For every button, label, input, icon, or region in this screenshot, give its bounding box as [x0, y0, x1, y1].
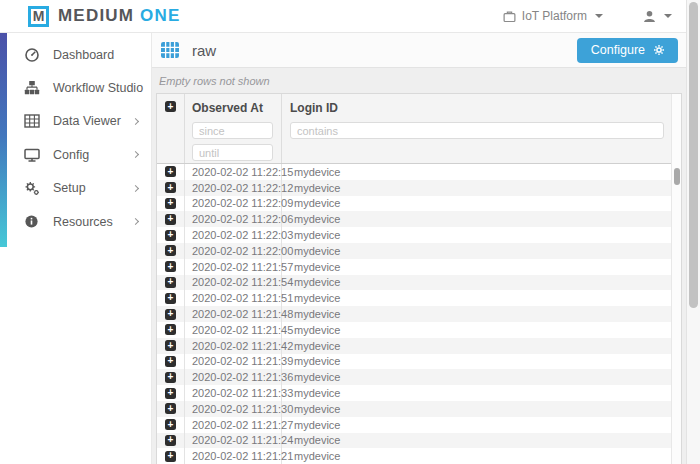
chevron-right-icon	[132, 218, 139, 225]
expand-cell	[157, 259, 185, 275]
expand-cell	[157, 227, 185, 243]
header-controls: IoT Platform	[503, 9, 686, 23]
user-menu[interactable]	[643, 10, 672, 23]
plus-square-icon[interactable]	[165, 293, 176, 304]
table-row: 2020-02-02 11:22:12 mydevice	[157, 180, 671, 196]
row-observed-at: 2020-02-02 11:21:57	[185, 259, 282, 275]
row-login-id: mydevice	[282, 180, 671, 196]
table-row: 2020-02-02 11:22:09 mydevice	[157, 196, 671, 212]
plus-square-icon[interactable]	[165, 230, 176, 241]
medium-one-logo-icon[interactable]: M	[28, 6, 49, 27]
plus-square-icon[interactable]	[165, 166, 176, 177]
configure-button[interactable]: Configure	[577, 38, 678, 63]
row-login-id: mydevice	[282, 401, 671, 417]
login-id-column-header: Login ID	[282, 94, 671, 163]
sidebar-item-setup[interactable]: Setup	[0, 172, 151, 205]
since-filter-input[interactable]	[192, 122, 273, 139]
row-login-id: mydevice	[282, 196, 671, 212]
plus-square-icon[interactable]	[165, 324, 176, 335]
table-row: 2020-02-02 11:21:54 mydevice	[157, 275, 671, 291]
plus-square-icon[interactable]	[165, 198, 176, 209]
row-observed-at: 2020-02-02 11:21:30	[185, 401, 282, 417]
sidebar-item-label: Data Viewer	[53, 114, 121, 128]
sidebar-item-workflow-studio[interactable]: Workflow Studio	[0, 71, 151, 104]
page-scrollbar-thumb[interactable]	[689, 2, 698, 308]
resources-info-icon	[23, 213, 40, 230]
brand-primary: MEDIUM	[58, 6, 134, 25]
sidebar-item-resources[interactable]: Resources	[0, 205, 151, 238]
config-icon	[23, 146, 40, 163]
user-icon	[643, 10, 656, 23]
row-login-id: mydevice	[282, 433, 671, 449]
plus-square-icon[interactable]	[165, 372, 176, 383]
expand-cell	[157, 338, 185, 354]
empty-rows-note: Empty rows not shown	[152, 68, 686, 93]
plus-square-icon[interactable]	[165, 214, 176, 225]
expand-cell	[157, 369, 185, 385]
plus-square-icon[interactable]	[165, 419, 176, 430]
sidebar-item-dashboard[interactable]: Dashboard	[0, 38, 151, 71]
expand-cell	[157, 196, 185, 212]
row-login-id: mydevice	[282, 290, 671, 306]
contains-filter-input[interactable]	[290, 122, 664, 139]
page-scrollbar[interactable]	[686, 0, 700, 464]
expand-cell	[157, 417, 185, 433]
row-observed-at: 2020-02-02 11:22:06	[185, 211, 282, 227]
plus-square-icon[interactable]	[165, 182, 176, 193]
table-row: 2020-02-02 11:21:42 mydevice	[157, 338, 671, 354]
plus-square-icon[interactable]	[165, 101, 176, 112]
sidebar-item-config[interactable]: Config	[0, 138, 151, 171]
brand-name: MEDIUM ONE	[58, 6, 181, 26]
row-observed-at: 2020-02-02 11:21:39	[185, 354, 282, 370]
row-observed-at: 2020-02-02 11:22:12	[185, 180, 282, 196]
table-row: 2020-02-02 11:21:39 mydevice	[157, 354, 671, 370]
row-observed-at: 2020-02-02 11:21:54	[185, 275, 282, 291]
expand-cell	[157, 322, 185, 338]
caret-down-icon	[664, 14, 672, 18]
row-login-id: mydevice	[282, 448, 671, 464]
row-observed-at: 2020-02-02 11:21:48	[185, 306, 282, 322]
row-observed-at: 2020-02-02 11:21:27	[185, 417, 282, 433]
logo-letter: M	[33, 8, 45, 24]
table-row: 2020-02-02 11:21:21 mydevice	[157, 448, 671, 464]
plus-square-icon[interactable]	[165, 261, 176, 272]
sidebar-item-label: Workflow Studio	[53, 81, 143, 95]
table-row: 2020-02-02 11:21:24 mydevice	[157, 433, 671, 449]
table-scrollbar-thumb[interactable]	[674, 168, 680, 185]
table-icon	[160, 40, 180, 60]
table-row: 2020-02-02 11:21:30 mydevice	[157, 401, 671, 417]
expand-all-cell	[157, 94, 185, 163]
expand-cell	[157, 290, 185, 306]
sidebar-item-label: Setup	[53, 181, 86, 195]
sidebar-item-data-viewer[interactable]: Data Viewer	[0, 105, 151, 138]
platform-dropdown[interactable]: IoT Platform	[503, 9, 603, 23]
row-observed-at: 2020-02-02 11:22:09	[185, 196, 282, 212]
plus-square-icon[interactable]	[165, 340, 176, 351]
page-title: raw	[192, 42, 216, 59]
plus-square-icon[interactable]	[165, 403, 176, 414]
table-row: 2020-02-02 11:21:27 mydevice	[157, 417, 671, 433]
plus-square-icon[interactable]	[165, 245, 176, 256]
chevron-right-icon	[132, 151, 139, 158]
plus-square-icon[interactable]	[165, 435, 176, 446]
expand-cell	[157, 385, 185, 401]
table-scrollbar[interactable]	[671, 94, 681, 464]
plus-square-icon[interactable]	[165, 356, 176, 367]
expand-cell	[157, 433, 185, 449]
plus-square-icon[interactable]	[165, 388, 176, 399]
plus-square-icon[interactable]	[165, 277, 176, 288]
data-viewer-icon	[23, 113, 40, 130]
until-filter-input[interactable]	[192, 144, 273, 161]
sidebar-item-label: Dashboard	[53, 48, 114, 62]
table-row: 2020-02-02 11:21:48 mydevice	[157, 306, 671, 322]
expand-cell	[157, 180, 185, 196]
plus-square-icon[interactable]	[165, 451, 176, 462]
row-login-id: mydevice	[282, 338, 671, 354]
table-header: Observed At Login ID	[157, 94, 681, 164]
expand-cell	[157, 243, 185, 259]
table-row: 2020-02-02 11:22:00 mydevice	[157, 243, 671, 259]
row-login-id: mydevice	[282, 306, 671, 322]
plus-square-icon[interactable]	[165, 309, 176, 320]
row-observed-at: 2020-02-02 11:22:00	[185, 243, 282, 259]
chevron-right-icon	[132, 185, 139, 192]
